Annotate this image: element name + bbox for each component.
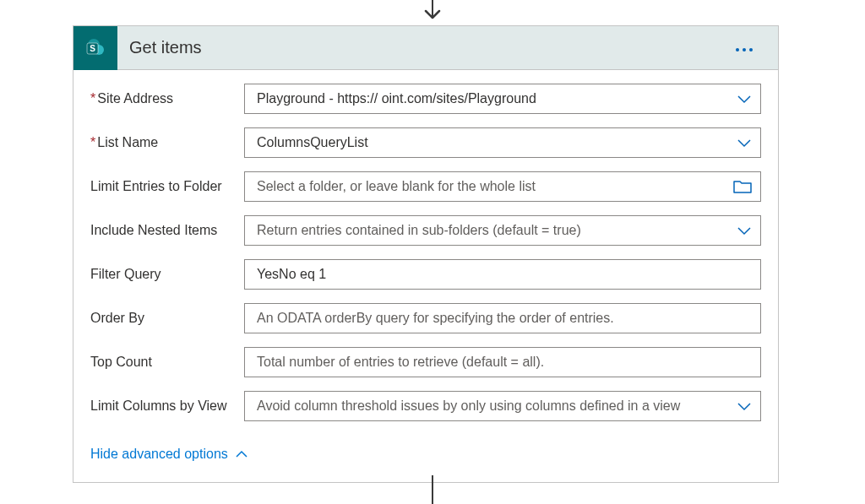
label-list-name: *List Name <box>90 135 244 150</box>
include-nested-select[interactable]: Return entries contained in sub-folders … <box>244 215 761 246</box>
label-site-address: *Site Address <box>90 91 244 106</box>
site-address-select[interactable]: Playground - https:// oint.com/sites/Pla… <box>244 84 761 114</box>
row-limit-columns: Limit Columns by View Avoid column thres… <box>90 391 761 421</box>
hide-advanced-toggle[interactable]: Hide advanced options <box>90 447 248 462</box>
limit-folder-placeholder: Select a folder, or leave blank for the … <box>257 179 726 194</box>
label-filter-query: Filter Query <box>90 267 244 282</box>
list-name-select[interactable]: ColumnsQueryList <box>244 127 761 158</box>
chevron-down-icon <box>737 138 752 148</box>
action-card-get-items: S Get items *Site Address Playground - h… <box>73 25 779 483</box>
sharepoint-icon: S <box>73 26 117 70</box>
required-indicator: * <box>90 91 95 106</box>
chevron-down-icon <box>737 94 752 104</box>
order-by-placeholder: An ODATA orderBy query for specifying th… <box>257 311 752 326</box>
row-filter-query: Filter Query YesNo eq 1 <box>90 259 761 290</box>
list-name-value: ColumnsQueryList <box>257 135 730 150</box>
row-top-count: Top Count Total number of entries to ret… <box>90 347 761 377</box>
label-limit-columns: Limit Columns by View <box>90 398 244 414</box>
svg-point-5 <box>736 48 739 51</box>
limit-folder-input[interactable]: Select a folder, or leave blank for the … <box>244 171 761 202</box>
top-count-input[interactable]: Total number of entries to retrieve (def… <box>244 347 761 377</box>
row-limit-folder: Limit Entries to Folder Select a folder,… <box>90 171 761 202</box>
row-list-name: *List Name ColumnsQueryList <box>90 127 761 158</box>
flow-arrow-in <box>422 0 443 27</box>
required-indicator: * <box>90 135 95 149</box>
card-body: *Site Address Playground - https:// oint… <box>73 70 778 482</box>
label-limit-folder: Limit Entries to Folder <box>90 179 244 194</box>
limit-columns-select[interactable]: Avoid column threshold issues by only us… <box>244 391 761 421</box>
filter-query-value: YesNo eq 1 <box>257 267 752 282</box>
svg-text:S: S <box>90 44 95 53</box>
card-menu-button[interactable] <box>727 35 761 61</box>
site-address-value: Playground - https:// oint.com/sites/Pla… <box>257 91 730 106</box>
svg-point-7 <box>749 48 753 51</box>
top-count-placeholder: Total number of entries to retrieve (def… <box>257 355 752 370</box>
filter-query-input[interactable]: YesNo eq 1 <box>244 259 761 290</box>
row-order-by: Order By An ODATA orderBy query for spec… <box>90 303 761 333</box>
label-include-nested: Include Nested Items <box>90 223 244 238</box>
card-title: Get items <box>129 38 727 57</box>
chevron-down-icon <box>737 225 752 236</box>
chevron-up-icon <box>235 447 248 462</box>
label-top-count: Top Count <box>90 355 244 370</box>
chevron-down-icon <box>737 401 752 411</box>
hide-advanced-label: Hide advanced options <box>90 447 228 462</box>
flow-connector-out <box>432 475 433 504</box>
include-nested-placeholder: Return entries contained in sub-folders … <box>257 223 730 238</box>
order-by-input[interactable]: An ODATA orderBy query for specifying th… <box>244 303 761 333</box>
label-order-by: Order By <box>90 311 244 326</box>
row-site-address: *Site Address Playground - https:// oint… <box>90 84 761 114</box>
limit-columns-placeholder: Avoid column threshold issues by only us… <box>257 398 730 414</box>
card-header[interactable]: S Get items <box>73 26 778 70</box>
folder-picker-icon[interactable] <box>733 179 752 194</box>
row-include-nested: Include Nested Items Return entries cont… <box>90 215 761 246</box>
svg-point-6 <box>743 48 746 51</box>
